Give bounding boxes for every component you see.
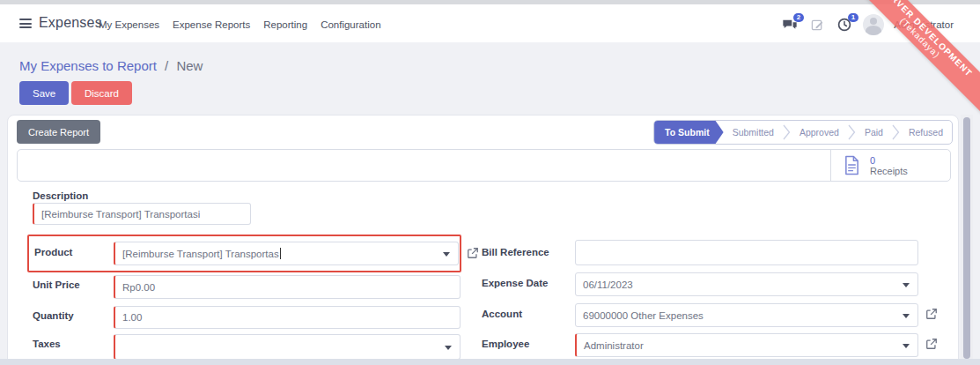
menu-item-my-expenses[interactable]: My Expenses	[99, 19, 159, 30]
expense-date-input[interactable]: 06/11/2023	[575, 272, 918, 296]
activities-badge: 1	[848, 13, 858, 22]
discard-button[interactable]: Discard	[71, 81, 132, 105]
user-name[interactable]: Administrator	[894, 19, 954, 30]
app-brand[interactable]: Expenses	[39, 15, 102, 31]
taxes-label: Taxes	[33, 339, 61, 349]
chevron-separator-icon	[848, 121, 856, 144]
user-avatar[interactable]	[863, 14, 884, 35]
create-report-button[interactable]: Create Report	[17, 120, 100, 144]
taxes-input[interactable]	[114, 334, 461, 360]
menu-item-reporting[interactable]: Reporting	[263, 19, 307, 30]
product-label: Product	[34, 247, 72, 257]
unit-price-input[interactable]: Rp0.00	[114, 275, 461, 299]
quantity-label: Quantity	[33, 310, 74, 321]
breadcrumb: My Expenses to Report / New	[19, 58, 203, 73]
account-label: Account	[482, 309, 522, 319]
status-pipeline: To Submit Submitted Approved Paid Refuse…	[653, 120, 953, 145]
hamburger-menu-icon[interactable]	[19, 19, 32, 28]
navbar-right-group: 2 1 Administrator	[781, 14, 954, 35]
bill-reference-input[interactable]	[575, 240, 918, 265]
chevron-separator-icon	[892, 121, 900, 144]
text-cursor	[280, 248, 281, 259]
account-external-link-icon[interactable]	[925, 308, 938, 324]
account-input[interactable]: 69000000 Other Expenses	[575, 303, 918, 327]
messages-badge: 2	[793, 13, 804, 22]
scrollbar-thumb[interactable]	[963, 117, 970, 359]
product-external-link-icon[interactable]	[467, 247, 479, 263]
product-dropdown-caret-icon[interactable]	[443, 252, 450, 257]
stat-button-row: 0 Receipts	[17, 149, 951, 182]
employee-dropdown-caret-icon[interactable]	[903, 344, 910, 348]
chevron-separator-icon	[783, 121, 791, 144]
description-label: Description	[33, 190, 88, 201]
main-menu: My Expenses Expense Reports Reporting Co…	[99, 19, 381, 30]
stage-paid[interactable]: Paid	[856, 121, 892, 144]
stage-refused[interactable]: Refused	[900, 121, 952, 144]
receipt-document-icon	[844, 155, 860, 175]
breadcrumb-separator: /	[165, 58, 168, 73]
account-dropdown-caret-icon[interactable]	[903, 314, 910, 318]
quantity-input[interactable]: 1.00	[114, 306, 461, 329]
employee-input[interactable]: Administrator	[575, 333, 918, 357]
product-input[interactable]: [Reimburse Transport] Transportas	[114, 242, 459, 265]
vertical-scrollbar[interactable]	[961, 115, 973, 365]
menu-item-configuration[interactable]: Configuration	[321, 19, 380, 30]
unit-price-label: Unit Price	[33, 279, 80, 290]
form-sheet: Create Report To Submit Submitted Approv…	[7, 115, 959, 365]
stage-to-submit[interactable]: To Submit	[654, 121, 724, 144]
bill-reference-label: Bill Reference	[482, 247, 549, 257]
expense-date-label: Expense Date	[482, 278, 548, 288]
stage-approved[interactable]: Approved	[791, 121, 848, 144]
receipts-count: 0	[870, 155, 908, 166]
expenses-app-screen: Expenses My Expenses Expense Reports Rep…	[0, 0, 980, 365]
window-bottom-edge	[0, 359, 980, 365]
menu-item-expense-reports[interactable]: Expense Reports	[173, 19, 250, 30]
stage-submitted[interactable]: Submitted	[724, 121, 783, 144]
description-input[interactable]: [Reimburse Transport] Transportasi	[33, 203, 251, 225]
top-navbar: Expenses My Expenses Expense Reports Rep…	[0, 4, 980, 42]
messages-icon[interactable]: 2	[781, 16, 799, 34]
save-button[interactable]: Save	[19, 81, 69, 105]
breadcrumb-current: New	[176, 58, 203, 73]
breadcrumb-parent-link[interactable]: My Expenses to Report	[19, 58, 157, 73]
activities-clock-icon[interactable]: 1	[836, 16, 853, 34]
taxes-dropdown-caret-icon[interactable]	[445, 346, 452, 350]
edit-compose-icon[interactable]	[808, 16, 826, 34]
employee-label: Employee	[482, 339, 529, 349]
employee-external-link-icon[interactable]	[925, 338, 938, 354]
expense-date-dropdown-caret-icon[interactable]	[903, 283, 910, 287]
receipts-label: Receipts	[870, 166, 908, 176]
receipts-stat-button[interactable]: 0 Receipts	[830, 150, 950, 181]
